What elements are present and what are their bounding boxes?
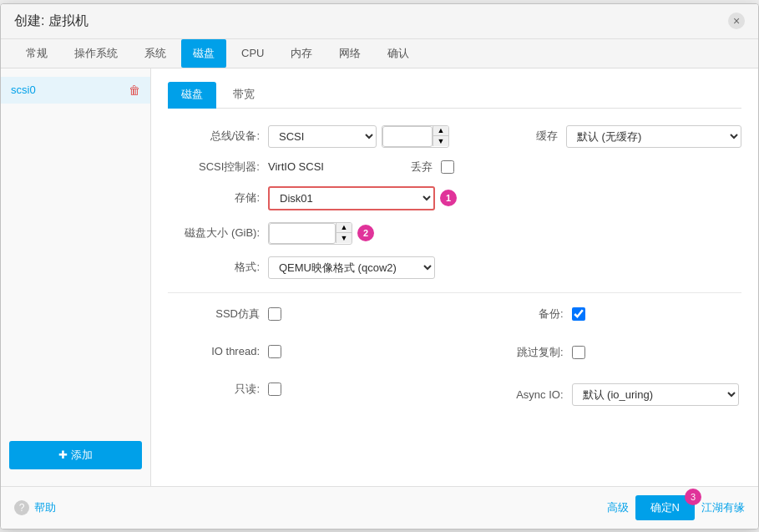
plus-icon: ✚ bbox=[58, 448, 68, 461]
delete-icon[interactable]: 🗑 bbox=[129, 84, 140, 97]
skip-replication-row: 跳过复制: bbox=[472, 345, 742, 360]
controller-row: SCSI控制器: VirtIO SCSI 丢弃 bbox=[168, 160, 741, 175]
right-column: 备份: 跳过复制: Async IO: 默认 (io_uring)io_urin… bbox=[455, 307, 742, 418]
backup-row: 备份: bbox=[472, 307, 742, 322]
storage-badge: 1 bbox=[440, 190, 457, 206]
help-label[interactable]: 帮助 bbox=[34, 500, 56, 515]
footer-right: 高级 确定N 3 江湖有缘 bbox=[607, 495, 745, 520]
sidebar-item-label: scsi0 bbox=[11, 84, 36, 96]
sub-tab-disk[interactable]: 磁盘 bbox=[168, 82, 216, 109]
disk-size-input[interactable]: 300 bbox=[269, 223, 336, 244]
add-button[interactable]: ✚ 添加 bbox=[9, 441, 142, 469]
controller-value: VirtIO SCSI bbox=[268, 160, 324, 173]
dialog-footer: ? 帮助 高级 确定N 3 江湖有缘 bbox=[1, 486, 758, 529]
device-number-spinner: 0 ▲ ▼ bbox=[382, 125, 449, 148]
watermark-label: 江湖有缘 bbox=[701, 500, 745, 515]
storage-select[interactable]: Disk01locallocal-lvm bbox=[268, 186, 435, 210]
disk-size-badge: 2 bbox=[357, 225, 374, 241]
tab-bar: 常规 操作系统 系统 磁盘 CPU 内存 网络 确认 bbox=[1, 39, 758, 68]
skip-replication-checkbox[interactable] bbox=[572, 346, 585, 359]
dialog-title: 创建: 虚拟机 bbox=[14, 13, 89, 30]
main-content: 磁盘 带宽 总线/设备: SCSIIDESATAVirtIO 0 ▲ ▼ bbox=[151, 68, 758, 486]
form-divider bbox=[168, 292, 741, 293]
spinner-down[interactable]: ▼ bbox=[433, 136, 448, 146]
ssd-label: SSD仿真 bbox=[168, 307, 260, 322]
tab-memory[interactable]: 内存 bbox=[279, 39, 324, 68]
disk-size-label: 磁盘大小 (GiB): bbox=[168, 225, 260, 241]
checkboxes-section: SSD仿真 IO thread: 只读: bbox=[168, 307, 741, 418]
format-label: 格式: bbox=[168, 260, 260, 275]
sidebar: scsi0 🗑 ✚ 添加 bbox=[1, 68, 151, 486]
dialog-header: 创建: 虚拟机 × bbox=[1, 4, 758, 39]
disk-size-row: 磁盘大小 (GiB): 300 ▲ ▼ 2 bbox=[168, 222, 741, 245]
footer-badge-3: 3 bbox=[685, 489, 701, 505]
format-row: 格式: QEMU映像格式 (qcow2)原始磁盘映像 (raw)VMware映像… bbox=[168, 256, 741, 279]
discard-checkbox[interactable] bbox=[441, 160, 454, 174]
spinner-buttons: ▲ ▼ bbox=[433, 126, 448, 146]
help-icon[interactable]: ? bbox=[14, 500, 29, 515]
spinner-up[interactable]: ▲ bbox=[433, 126, 448, 136]
disk-size-spinner: 300 ▲ ▼ bbox=[268, 222, 352, 245]
dialog-body: scsi0 🗑 ✚ 添加 磁盘 带宽 总线/设备: bbox=[1, 68, 758, 486]
add-label: 添加 bbox=[71, 448, 93, 463]
bus-device-row: 总线/设备: SCSIIDESATAVirtIO 0 ▲ ▼ 缓存 默认 (无缓… bbox=[168, 125, 741, 148]
tab-network[interactable]: 网络 bbox=[327, 39, 372, 68]
disk-size-down[interactable]: ▼ bbox=[336, 233, 352, 243]
storage-label: 存储: bbox=[168, 190, 260, 205]
tab-confirm[interactable]: 确认 bbox=[376, 39, 421, 68]
tab-os[interactable]: 操作系统 bbox=[63, 39, 129, 68]
close-button[interactable]: × bbox=[728, 13, 745, 29]
readonly-row: 只读: bbox=[168, 382, 455, 397]
discard-label: 丢弃 bbox=[382, 160, 433, 175]
cache-select[interactable]: 默认 (无缓存)无Write BackWrite Through bbox=[566, 125, 741, 148]
disk-size-spinner-buttons: ▲ ▼ bbox=[336, 223, 352, 243]
io-thread-label: IO thread: bbox=[168, 345, 260, 357]
sub-tab-bandwidth[interactable]: 带宽 bbox=[220, 82, 268, 109]
sidebar-add: ✚ 添加 bbox=[1, 433, 150, 478]
sub-tab-bar: 磁盘 带宽 bbox=[168, 82, 741, 109]
skip-replication-label: 跳过复制: bbox=[472, 345, 564, 360]
async-io-select[interactable]: 默认 (io_uring)io_uringnativethreads bbox=[572, 383, 739, 406]
tab-system[interactable]: 系统 bbox=[133, 39, 178, 68]
controller-label: SCSI控制器: bbox=[168, 160, 260, 175]
async-io-label: Async IO: bbox=[472, 388, 564, 401]
footer-left: ? 帮助 bbox=[14, 500, 56, 515]
ok-btn-wrapper: 确定N 3 bbox=[635, 495, 695, 520]
bus-device-label: 总线/设备: bbox=[168, 129, 260, 144]
ssd-checkbox[interactable] bbox=[268, 307, 281, 321]
async-io-row: Async IO: 默认 (io_uring)io_uringnativethr… bbox=[472, 383, 742, 406]
ssd-row: SSD仿真 bbox=[168, 307, 455, 322]
sidebar-item-scsi0[interactable]: scsi0 🗑 bbox=[1, 77, 150, 104]
readonly-checkbox[interactable] bbox=[268, 383, 281, 396]
backup-label: 备份: bbox=[472, 307, 564, 322]
device-number-input[interactable]: 0 bbox=[382, 126, 433, 147]
bus-select[interactable]: SCSIIDESATAVirtIO bbox=[268, 125, 377, 148]
io-thread-checkbox[interactable] bbox=[268, 345, 281, 358]
disk-size-group: 300 ▲ ▼ 2 bbox=[268, 222, 374, 245]
storage-input-group: Disk01locallocal-lvm 1 bbox=[268, 186, 457, 210]
form-section: 总线/设备: SCSIIDESATAVirtIO 0 ▲ ▼ 缓存 默认 (无缓… bbox=[168, 125, 741, 418]
storage-row: 存储: Disk01locallocal-lvm 1 bbox=[168, 186, 741, 210]
bus-device-group: SCSIIDESATAVirtIO 0 ▲ ▼ bbox=[268, 125, 449, 148]
tab-disk[interactable]: 磁盘 bbox=[181, 39, 226, 68]
format-select[interactable]: QEMU映像格式 (qcow2)原始磁盘映像 (raw)VMware映像格式 (… bbox=[268, 256, 435, 279]
tab-general[interactable]: 常规 bbox=[14, 39, 59, 68]
left-column: SSD仿真 IO thread: 只读: bbox=[168, 307, 455, 418]
readonly-label: 只读: bbox=[168, 382, 260, 397]
disk-size-up[interactable]: ▲ bbox=[336, 223, 352, 233]
advanced-label[interactable]: 高级 bbox=[607, 500, 629, 515]
backup-checkbox[interactable] bbox=[572, 307, 585, 321]
tab-cpu[interactable]: CPU bbox=[230, 40, 276, 66]
cache-label: 缓存 bbox=[508, 129, 558, 144]
create-vm-dialog: 创建: 虚拟机 × 常规 操作系统 系统 磁盘 CPU 内存 网络 确认 scs… bbox=[0, 3, 759, 529]
io-thread-row: IO thread: bbox=[168, 345, 455, 358]
